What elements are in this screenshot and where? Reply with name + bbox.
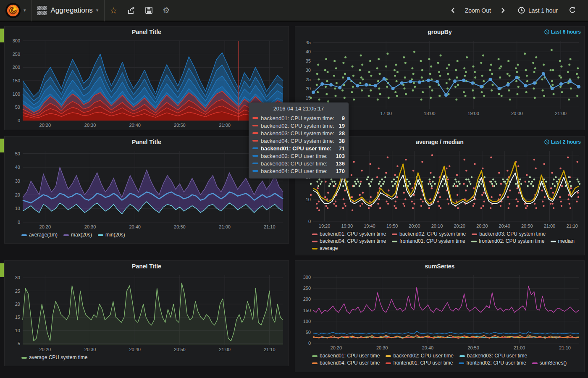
panel-title[interactable]: Panel Title: [132, 29, 161, 35]
panel-title[interactable]: groupBy: [428, 29, 452, 35]
svg-text:20:50: 20:50: [174, 347, 186, 352]
tooltip-series-label: backend01: CPU system time:: [261, 115, 339, 121]
legend-swatch: [98, 234, 103, 236]
legend: backend01: CPU system timebackend02: CPU…: [295, 230, 584, 252]
panel-title[interactable]: Panel Title: [132, 263, 161, 270]
legend-item[interactable]: frontend01: CPU system time: [392, 238, 465, 245]
legend-swatch: [532, 362, 538, 364]
svg-text:300: 300: [303, 275, 311, 280]
svg-text:50: 50: [306, 330, 311, 335]
legend-swatch: [551, 241, 556, 242]
legend-label: frontend02: CPU system time: [479, 238, 545, 245]
panel-title[interactable]: average / median: [416, 139, 464, 145]
tooltip-series-value: 103: [333, 153, 345, 159]
legend-item[interactable]: backend04: CPU system time: [312, 238, 386, 245]
refresh-button[interactable]: [569, 7, 576, 14]
legend-label: backend02: CPU user time: [393, 352, 453, 360]
legend-item[interactable]: frontend02: CPU user time: [459, 360, 526, 367]
svg-text:50: 50: [15, 105, 20, 110]
panel-sumseries: sumSeries 05010015020025030020:2020:3020…: [295, 260, 585, 372]
dashboard-title: Aggregations: [51, 6, 93, 15]
svg-text:20:50: 20:50: [467, 345, 479, 350]
chart-sumseries[interactable]: 05010015020025030020:2020:3020:4020:5021…: [297, 272, 583, 352]
svg-text:21:00: 21:00: [555, 111, 567, 116]
legend-item[interactable]: sumSeries(): [532, 360, 567, 367]
panel-title[interactable]: sumSeries: [425, 263, 455, 270]
shift-right-button[interactable]: [501, 7, 505, 13]
legend-label: max(20s): [71, 231, 92, 239]
share-icon: [127, 7, 135, 14]
legend-label: min(20s): [105, 231, 125, 239]
legend-swatch: [21, 357, 27, 359]
legend-item[interactable]: average(1m): [21, 231, 58, 239]
legend-label: average CPU system time: [29, 354, 87, 361]
svg-text:0: 0: [308, 219, 311, 224]
tooltip-series-value: 136: [333, 160, 345, 167]
tooltip-swatch: [252, 163, 258, 164]
legend-item[interactable]: median: [551, 238, 575, 245]
chart-cpu-stacked[interactable]: 05010015020025030020:2020:3020:4020:5021…: [7, 37, 287, 129]
legend-item[interactable]: average: [312, 245, 338, 252]
tooltip-series-label: backend02: CPU system time:: [261, 123, 336, 129]
panel-title[interactable]: Panel Title: [132, 139, 161, 145]
svg-text:20:30: 20:30: [476, 223, 488, 228]
svg-text:20: 20: [15, 302, 20, 307]
zoom-out-button[interactable]: Zoom Out: [465, 7, 491, 14]
legend-swatch: [312, 355, 318, 357]
logo-caret-icon: ▾: [24, 8, 26, 13]
svg-text:21:00: 21:00: [219, 123, 231, 128]
legend-item[interactable]: frontend01: CPU user time: [386, 360, 453, 367]
legend-item[interactable]: max(20s): [63, 231, 92, 239]
legend-item[interactable]: backend03: CPU system time: [472, 231, 546, 238]
save-button[interactable]: [145, 7, 152, 14]
svg-text:19:50: 19:50: [386, 223, 398, 228]
refresh-icon: [569, 7, 576, 14]
tooltip-series-value: 170: [333, 168, 345, 174]
time-range-label[interactable]: Last 1 hour: [528, 7, 558, 14]
panel-top-left: Panel Title 05010015020025030020:2020:30…: [4, 26, 289, 130]
legend-item[interactable]: frontend02: CPU system time: [471, 238, 545, 245]
legend-item[interactable]: backend04: CPU user time: [312, 360, 380, 367]
row-toggle-strip[interactable]: [0, 139, 4, 152]
legend-item[interactable]: backend01: CPU system time: [312, 231, 386, 238]
grafana-logo-menu[interactable]: ▾: [0, 3, 31, 18]
svg-text:20:40: 20:40: [129, 347, 141, 352]
svg-text:21:00: 21:00: [219, 224, 231, 229]
legend-swatch: [312, 248, 318, 249]
divider: [104, 0, 105, 21]
svg-text:20:30: 20:30: [84, 347, 96, 352]
panel-middle-left: Panel Title 0102030405020:2020:3020:4020…: [4, 136, 289, 244]
time-override-badge[interactable]: Last 6 hours: [544, 29, 581, 35]
row-toggle-strip[interactable]: [0, 263, 4, 277]
row-toggle-strip[interactable]: [0, 29, 4, 42]
dashboard-picker[interactable]: Aggregations ▾: [32, 0, 105, 21]
legend-swatch: [386, 355, 391, 357]
legend-swatch: [392, 234, 397, 235]
legend-swatch: [459, 355, 465, 357]
legend-label: sumSeries(): [540, 360, 567, 367]
legend-item[interactable]: backend02: CPU user time: [386, 352, 453, 360]
star-button[interactable]: ☆: [110, 6, 117, 15]
tooltip-swatch: [252, 155, 258, 157]
legend-item[interactable]: average CPU system time: [21, 354, 87, 361]
chart-average-cpu[interactable]: 5101520253020:2020:3020:4020:5021:0021:1…: [7, 272, 287, 353]
legend-swatch: [312, 234, 318, 235]
chart-avg-max-min[interactable]: 0102030405020:2020:3020:4020:5021:0021:1…: [7, 147, 287, 231]
svg-text:10: 10: [15, 206, 20, 211]
legend-item[interactable]: backend03: CPU user time: [459, 352, 527, 360]
svg-text:25: 25: [15, 289, 20, 294]
svg-text:20:20: 20:20: [39, 224, 51, 229]
legend-item[interactable]: backend02: CPU system time: [392, 231, 466, 238]
settings-button[interactable]: ⚙: [163, 5, 170, 15]
grafana-logo-icon: [5, 3, 21, 18]
time-picker-button[interactable]: [518, 7, 525, 14]
legend-item[interactable]: backend01: CPU user time: [312, 352, 380, 360]
svg-text:15: 15: [15, 315, 20, 320]
time-override-badge[interactable]: Last 2 hours: [544, 139, 581, 145]
svg-text:40: 40: [15, 165, 20, 170]
svg-text:20:40: 20:40: [422, 345, 434, 350]
legend-item[interactable]: min(20s): [98, 231, 125, 239]
panel-bottom-left: Panel Title 5101520253020:2020:3020:4020…: [4, 260, 289, 366]
shift-left-button[interactable]: [451, 7, 455, 13]
share-button[interactable]: [127, 7, 135, 14]
